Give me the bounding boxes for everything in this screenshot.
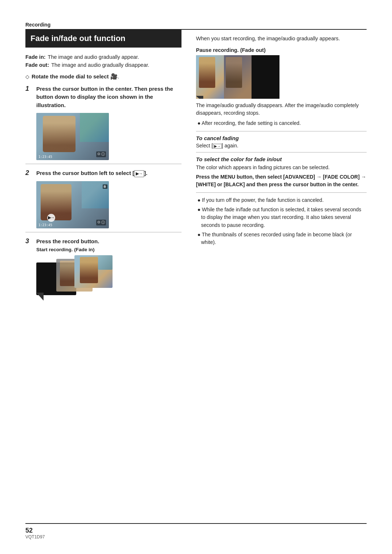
cam-icon-row-1: ⊙ ⓘ: [96, 151, 106, 157]
step-1-divider: [25, 164, 181, 164]
pause-person-2: [226, 57, 242, 88]
step-1-row: 1 Press the cursor button in the center.…: [25, 85, 181, 110]
color-fade-bold: Press the MENU button, then select [ADVA…: [196, 173, 367, 189]
record-icon: ⊙: [97, 152, 100, 157]
camera-icon-inline: 🎥: [110, 73, 118, 80]
recording-label: Recording: [25, 22, 367, 28]
step-1-text: Press the cursor button in the center. T…: [36, 85, 181, 110]
bullets-divider: [196, 192, 367, 193]
color-divider: [196, 152, 367, 152]
step-3-sublabel: Start recording. (Fade in): [36, 247, 181, 252]
right-column: When you start recording, the image/audi…: [196, 30, 367, 298]
bullet-3: ● The thumbnails of scenes recorded usin…: [196, 231, 367, 247]
left-column: Fade in/fade out function Fade in: The i…: [25, 30, 181, 298]
fade-in-desc: The image and audio gradually appear.: [48, 54, 181, 60]
cam-overlay-1: ⊙ ⓘ: [96, 151, 106, 157]
pause-frame-1: [196, 55, 224, 99]
arrow-decoration: [36, 293, 44, 301]
fade-icon-highlight: ▶→: [47, 214, 55, 222]
step-3-fade-scene: [36, 255, 113, 295]
page: Recording Fade in/fade out function Fade…: [0, 0, 392, 554]
pause-person-1: [199, 57, 215, 88]
bullet-3-text: The thumbnails of scenes recorded using …: [201, 232, 352, 245]
page-title: Fade in/fade out function: [25, 30, 181, 48]
step-2-number: 2: [25, 169, 33, 177]
step-3-label: Press the record button.: [36, 238, 99, 244]
pause-desc-1: The image/audio gradually disappears. Af…: [196, 102, 367, 117]
pause-frame-3: [252, 55, 279, 99]
product-code: VQT1D97: [25, 534, 367, 539]
pause-bullet-1: ● After recording, the fade setting is c…: [196, 119, 367, 127]
b-label: B: [103, 183, 108, 189]
step-2-row: 2 Press the cursor button left to select…: [25, 169, 181, 178]
cancel-divider: [196, 131, 367, 131]
pause-arrow: [196, 96, 203, 99]
fade-in-definition: Fade in: The image and audio gradually a…: [25, 54, 181, 60]
step-2-divider: [25, 232, 181, 232]
footer: 52 VQT1D97: [25, 523, 367, 539]
step-3-text: Press the record button.: [36, 237, 99, 246]
pause-fade-image: [196, 55, 279, 99]
cancel-fading-desc: Select [▶→] again.: [196, 143, 367, 148]
fade-out-term: Fade out:: [25, 62, 49, 68]
cam-overlay-2: ⊙ ⓘ: [96, 220, 106, 225]
person-silhouette-2: [41, 184, 72, 220]
two-column-layout: Fade in/fade out function Fade in: The i…: [25, 30, 367, 298]
color-fade-desc: The color which appears in fading pictur…: [196, 164, 367, 172]
info-icon-2: ⓘ: [101, 220, 105, 225]
pause-recording-heading: Pause recording. (Fade out): [196, 47, 367, 53]
step-1-camera-image: ⊙ ⓘ 1:23:45: [36, 113, 109, 160]
step-2-camera-image: B ⊙ ⓘ ▶→ 1:23:45: [36, 181, 109, 228]
right-intro-text: When you start recording, the image/audi…: [196, 35, 367, 43]
cam-icon-row-2: ⊙ ⓘ: [96, 220, 106, 225]
mode-dial-label: Rotate the mode dial to select: [32, 73, 109, 80]
record-icon-2: ⊙: [97, 220, 100, 225]
cam-timecode-1: 1:23:45: [38, 155, 52, 159]
page-number: 52: [25, 527, 367, 534]
fade-out-desc: The image and audio gradually disappear.: [51, 62, 181, 68]
pause-fade-frames: [196, 55, 279, 99]
cam-timecode-2: 1:23:45: [38, 223, 52, 227]
step-3-row: 3 Press the record button.: [25, 237, 181, 246]
fade-arrow-icon-2: ▶→: [134, 170, 144, 177]
sky-fade-bright: [98, 255, 113, 270]
bullet-2: ● While the fade in/fade out function is…: [196, 206, 367, 229]
bullet-2-text: While the fade in/fade out function is s…: [201, 207, 361, 228]
cancel-fading-heading: To cancel fading: [196, 135, 367, 141]
diamond-icon: ◇: [25, 74, 29, 80]
cancel-fade-icon: ▶→: [213, 144, 222, 148]
again-text: ] again.: [222, 143, 238, 148]
pause-bullet-text: After recording, the fade setting is can…: [202, 120, 301, 126]
b-icon: B: [103, 184, 108, 189]
color-fade-heading: To select the color for fade in/out: [196, 156, 367, 162]
bullet-1-text: If you turn off the power, the fade func…: [202, 197, 323, 203]
fade-out-definition: Fade out: The image and audio gradually …: [25, 62, 181, 68]
cam-screen-1: ⊙ ⓘ 1:23:45: [36, 113, 109, 160]
step-2-text: Press the cursor button left to select […: [36, 169, 147, 178]
step-1-bold: Press the cursor button in the center. T…: [36, 86, 173, 108]
bullet-1: ● If you turn off the power, the fade fu…: [196, 196, 367, 204]
info-icon: ⓘ: [101, 152, 105, 157]
pause-frame-2: [224, 55, 252, 99]
fade-frame-bright: [74, 255, 113, 288]
person-fade-bright: [80, 257, 98, 283]
fade-in-term: Fade in:: [25, 54, 46, 60]
mode-dial-instruction: ◇ Rotate the mode dial to select 🎥.: [25, 73, 181, 80]
step-3-number: 3: [25, 237, 33, 245]
cam-screen-2: B ⊙ ⓘ ▶→ 1:23:45: [36, 181, 109, 228]
fade-icon-selected: ▶→: [48, 215, 55, 220]
footer-rule: [25, 523, 367, 524]
select-text: Select [: [196, 143, 213, 148]
step-2-bold: Press the cursor button left to select […: [36, 170, 147, 176]
step-1-number: 1: [25, 85, 33, 93]
person-silhouette-1: [43, 116, 75, 152]
mode-dial-text: Rotate the mode dial to select 🎥.: [32, 73, 119, 80]
background-scenery-1: [80, 113, 109, 142]
